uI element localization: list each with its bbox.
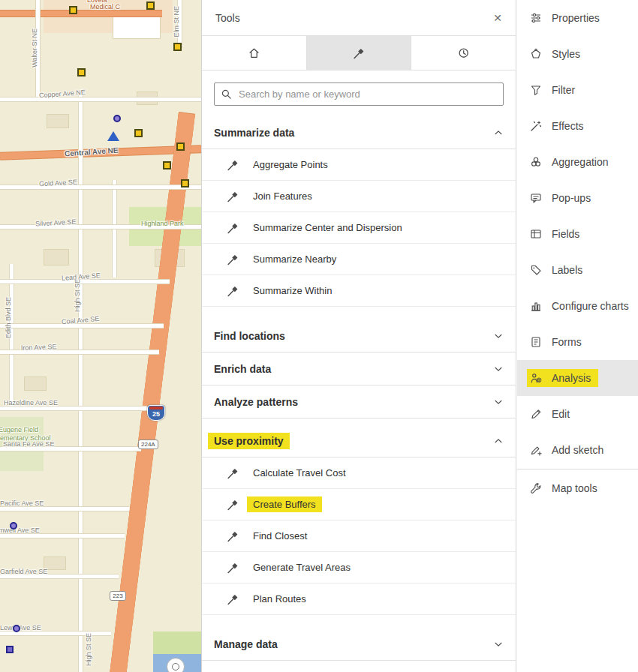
section-find-locations: Find locations [202,320,516,352]
search-wrap [214,82,504,106]
tool-item-label: Join Features [253,190,312,202]
close-icon[interactable]: ✕ [493,13,502,23]
tool-item-summarize-nearby[interactable]: Summarize Nearby [202,244,516,275]
point-feature-triangle[interactable] [107,131,119,141]
section-header-find-locations[interactable]: Find locations [202,320,516,352]
sidebar-item-analysis[interactable]: Analysis [517,360,638,396]
section-label-highlighted: Use proximity [208,433,290,449]
sidebar-item-edit[interactable]: Edit [517,396,638,432]
tab-tools[interactable] [307,36,412,70]
point-feature-circle[interactable] [113,115,121,122]
section-header-use-proximity[interactable]: Use proximity [202,424,516,458]
sidebar-item-fields[interactable]: Fields [517,216,638,252]
point-feature-square[interactable] [77,68,86,76]
tool-item-aggregate-points[interactable]: Aggregate Points [202,149,516,181]
point-feature-square[interactable] [146,2,155,10]
map-canvas[interactable]: Lovela Medical C Walter St NE Elm St NE … [0,0,201,672]
section-header-analyze-patterns[interactable]: Analyze patterns [202,386,516,418]
chevron-up-icon [493,128,504,138]
hammer-icon [227,466,239,479]
hammer-icon [227,221,239,234]
sidebar-item-label: Fields [552,228,579,240]
tool-item-calculate-travel-cost[interactable]: Calculate Travel Cost [202,458,516,489]
sidebar-item-popups[interactable]: Pop-ups [517,180,638,216]
point-feature-square[interactable] [134,129,143,137]
tool-item-join-features[interactable]: Join Features [202,181,516,212]
sidebar-item-label: Forms [552,336,582,348]
map-label-elm: Elm St NE [173,6,180,38]
tab-history[interactable] [411,36,516,70]
sidebar-item-label: Pop-ups [552,192,591,204]
tool-item-plan-routes[interactable]: Plan Routes [202,584,516,615]
map-label-eugene-1: Eugene Field [0,426,38,434]
point-feature-square[interactable] [69,6,77,14]
map-locate-control[interactable] [167,658,185,672]
settings-sidebar: Properties Styles Filter Effects Aggrega… [517,0,638,672]
tool-item-create-buffers[interactable]: Create Buffers [202,489,516,520]
sidebar-item-forms[interactable]: Forms [517,324,638,360]
sidebar-divider [517,469,638,470]
exit-223-shield: 223 [110,591,126,601]
effects-icon [530,120,542,132]
tools-panel: Tools ✕ Summarize data Aggregate Points [201,0,516,672]
tab-home[interactable] [202,36,307,70]
section-use-proximity: Use proximity Calculate Travel Cost Crea… [202,424,516,615]
point-feature-square[interactable] [173,43,182,51]
sidebar-item-label: Filter [552,84,575,96]
map-label-walter: Walter St NE [31,28,38,68]
map-label-garfield: Garfield Ave SE [0,568,47,575]
search-icon [221,88,232,100]
filter-icon [530,84,542,96]
sidebar-item-filter[interactable]: Filter [517,72,638,108]
section-header-summarize-data[interactable]: Summarize data [202,116,516,149]
sidebar-item-label: Edit [552,408,570,420]
sidebar-item-properties[interactable]: Properties [517,0,638,36]
shield-red-band [149,406,163,410]
search-input[interactable] [214,82,504,106]
chevron-down-icon [493,364,504,374]
sidebar-item-aggregation[interactable]: Aggregation [517,144,638,180]
point-feature-circle[interactable] [10,522,17,530]
sidebar-item-add-sketch[interactable]: Add sketch [517,432,638,468]
interstate-number: 25 [152,410,160,418]
analysis-highlight: Analysis [527,369,598,387]
tool-item-label-highlighted: Create Buffers [247,496,322,512]
sidebar-item-map-tools[interactable]: Map tools [517,470,638,506]
panel-title: Tools [215,12,240,24]
sidebar-item-configure-charts[interactable]: Configure charts [517,288,638,324]
hammer-icon [227,530,239,542]
section-header-enrich-data[interactable]: Enrich data [202,352,516,386]
fields-icon [530,228,542,240]
point-feature-square[interactable] [176,142,185,151]
street-vertical [113,180,116,278]
tool-item-generate-travel-areas[interactable]: Generate Travel Areas [202,552,516,584]
street-pacific [0,507,129,511]
locate-dot [172,663,179,670]
point-feature-purple-square[interactable] [6,646,14,653]
street-high [79,90,83,672]
section-header-manage-data[interactable]: Manage data [202,628,516,661]
street-gold [0,185,201,189]
building [24,376,47,391]
point-feature-square[interactable] [181,179,189,188]
map-label-edith: Edith Blvd SE [5,297,12,338]
point-feature-circle[interactable] [13,625,20,632]
labels-icon [530,264,542,276]
chevron-up-icon [493,436,504,446]
sidebar-item-effects[interactable]: Effects [517,108,638,144]
sidebar-item-styles[interactable]: Styles [517,36,638,72]
hammer-icon [227,498,239,511]
tool-item-find-closest[interactable]: Find Closest [202,520,516,552]
tool-item-summarize-within[interactable]: Summarize Within [202,275,516,307]
building [47,114,69,128]
sidebar-item-labels[interactable]: Labels [517,252,638,288]
street-copper [0,98,201,101]
tool-item-summarize-center-and-dispersion[interactable]: Summarize Center and Dispersion [202,212,516,244]
point-feature-square[interactable] [163,161,171,170]
wrench-icon [530,482,542,494]
exit-number: 224A [141,441,155,448]
section-analyze-patterns: Analyze patterns [202,386,516,418]
section-label: Enrich data [214,363,271,375]
popup-icon [530,192,542,204]
aggregation-icon [530,156,542,168]
